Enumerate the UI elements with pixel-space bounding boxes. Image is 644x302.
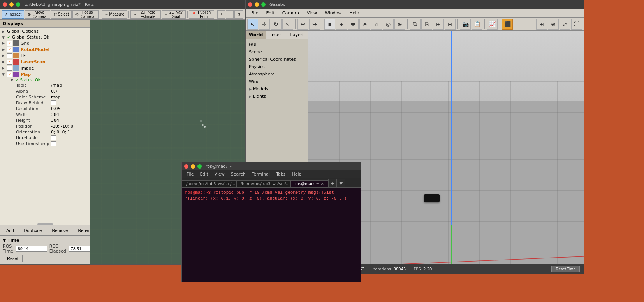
terminal-min-btn[interactable]	[191, 164, 195, 169]
layers-tab[interactable]: Layers	[287, 31, 308, 39]
display-item-map[interactable]: ▼ ✓ Map	[0, 71, 90, 77]
terminal-tabs-menu[interactable]: Tabs	[273, 171, 289, 177]
view-menu[interactable]: View	[303, 10, 321, 16]
toolbar-minus-button[interactable]: −	[226, 10, 234, 19]
image-checkbox[interactable]	[7, 66, 12, 71]
world-item-wind[interactable]: Wind	[246, 78, 308, 85]
robotmodel-checkbox[interactable]: ✓	[7, 47, 12, 52]
gazebo-min-btn[interactable]	[255, 2, 259, 7]
gz-select-tool[interactable]: ↖	[247, 19, 258, 30]
gz-special-btn[interactable]: ⬛	[502, 19, 513, 30]
gz-grid-btn[interactable]: ⊞	[536, 19, 547, 30]
draw-behind-checkbox[interactable]	[51, 100, 56, 105]
gz-sphere-btn[interactable]: ●	[336, 19, 347, 30]
reset-time-button[interactable]: Reset Time	[551, 266, 580, 272]
terminal-terminal-menu[interactable]: Terminal	[249, 171, 273, 177]
display-item-robotmodel[interactable]: ▶ ✓ RobotModel	[0, 46, 90, 53]
gazebo-close-btn[interactable]	[248, 2, 252, 7]
add-button[interactable]: Add	[2, 227, 18, 234]
gz-scale-tool[interactable]: ⤡	[282, 19, 293, 30]
window-menu[interactable]: Window	[321, 10, 345, 16]
gz-spot-btn[interactable]: ◎	[383, 19, 394, 30]
terminal-close-btn[interactable]	[184, 164, 188, 169]
world-tab[interactable]: World	[246, 31, 266, 39]
gz-copy-btn[interactable]: ⧉	[410, 19, 421, 30]
gz-cylinder-btn[interactable]: ⬬	[348, 19, 359, 30]
rviz-max-btn[interactable]	[16, 2, 20, 7]
rviz-min-btn[interactable]	[9, 2, 14, 7]
gz-snap-btn[interactable]: ⊟	[445, 19, 456, 30]
terminal-help-menu[interactable]: Help	[289, 171, 305, 177]
terminal-edit-menu[interactable]: Edit	[197, 171, 211, 177]
world-item-atmosphere[interactable]: Atmosphere	[246, 70, 308, 78]
gz-translate-tool[interactable]: ✛	[259, 19, 270, 30]
file-menu[interactable]: File	[247, 10, 262, 16]
focus-camera-button[interactable]: ◎ Focus Camera	[72, 10, 99, 19]
move-camera-button[interactable]: ⊕ Move Camera	[25, 10, 50, 19]
world-item-gui[interactable]: GUI	[246, 41, 308, 48]
gz-screenshot-btn[interactable]: 📷	[460, 19, 471, 30]
display-item-laserscan[interactable]: ▶ ✓ LaserScan	[0, 59, 90, 65]
terminal-file-menu[interactable]: File	[183, 171, 197, 177]
terminal-body[interactable]: ros@mac:~$ rostopic pub -r 10 /cmd_vel g…	[182, 188, 361, 282]
unreliable-checkbox[interactable]	[51, 135, 56, 140]
terminal-tab-2[interactable]: /home/ros/tub3_ws/src/... ✕	[236, 180, 291, 187]
camera-menu[interactable]: Camera	[278, 10, 303, 16]
rviz-close-btn[interactable]	[3, 2, 7, 7]
select-button[interactable]: ▢ Select	[51, 10, 72, 19]
scroll-bar[interactable]	[37, 223, 53, 225]
map-checkbox[interactable]: ✓	[7, 72, 12, 77]
gz-expand-btn[interactable]: ⤢	[560, 19, 570, 30]
tab-3-close-icon[interactable]: ✕	[321, 182, 324, 186]
insert-tab[interactable]: Insert	[266, 31, 287, 39]
terminal-add-tab-button[interactable]: +	[328, 179, 337, 187]
gz-fullscreen-btn[interactable]: ⛶	[571, 19, 582, 30]
gz-dir-light-btn[interactable]: ⊕	[394, 19, 405, 30]
reset-button[interactable]: Reset	[3, 255, 23, 262]
use-timestamp-checkbox[interactable]	[51, 141, 56, 146]
interact-button[interactable]: ↗ Interact	[2, 10, 24, 19]
terminal-search-menu[interactable]: Search	[228, 171, 249, 177]
gz-box-btn[interactable]: ■	[324, 19, 335, 30]
world-item-spherical-coords[interactable]: Spherical Coordinates	[246, 56, 308, 63]
laserscan-checkbox[interactable]: ✓	[7, 60, 12, 65]
pose-estimate-button[interactable]: → 2D Pose Estimate	[130, 10, 161, 19]
gz-paste-btn[interactable]: ⎘	[421, 19, 432, 30]
nav-goal-button[interactable]: → 2D Nav Goal	[162, 10, 186, 19]
gz-undo-btn[interactable]: ↩	[297, 19, 308, 30]
gz-plot-btn[interactable]: 📈	[487, 19, 498, 30]
display-item-tf[interactable]: ▶ TF	[0, 53, 90, 59]
world-item-lights[interactable]: ▶ Lights	[246, 93, 308, 100]
gz-point-light-btn[interactable]: ☀	[359, 19, 370, 30]
terminal-view-menu[interactable]: View	[211, 171, 228, 177]
gz-sun-btn[interactable]: ☼	[371, 19, 382, 30]
terminal-max-btn[interactable]	[197, 164, 202, 169]
measure-button[interactable]: ↔ Measure	[102, 10, 127, 19]
display-item-global-options[interactable]: ▶ Global Options	[0, 28, 90, 34]
terminal-more-options-button[interactable]: ▼	[337, 179, 345, 187]
display-item-global-status[interactable]: ▼ ✓ Global Status: Ok	[0, 34, 90, 40]
gz-align-btn[interactable]: ⊞	[433, 19, 444, 30]
grid-checkbox[interactable]: ✓	[7, 41, 12, 46]
tf-checkbox[interactable]	[7, 53, 12, 58]
toolbar-plus-button[interactable]: +	[217, 10, 225, 19]
toolbar-gear-button[interactable]: ⚙	[234, 10, 243, 19]
gz-rotate-tool[interactable]: ↻	[271, 19, 282, 30]
publish-point-button[interactable]: 📍 Publish Point	[189, 10, 214, 19]
duplicate-button[interactable]: Duplicate	[20, 227, 46, 234]
terminal-tab-1[interactable]: /home/ros/tub3_ws/src/... ✕	[182, 180, 236, 187]
display-item-grid[interactable]: ▶ ✓ Grid	[0, 40, 90, 46]
help-menu[interactable]: Help	[345, 10, 363, 16]
world-item-models[interactable]: ▶ Models	[246, 85, 308, 93]
gz-layers-btn[interactable]: ⊕	[548, 19, 559, 30]
remove-button[interactable]: Remove	[48, 227, 72, 234]
ros-time-input[interactable]	[16, 246, 47, 252]
gazebo-max-btn[interactable]	[261, 2, 266, 7]
gz-redo-btn[interactable]: ↪	[309, 19, 320, 30]
gz-log-btn[interactable]: 📋	[472, 19, 482, 30]
terminal-tab-3[interactable]: ros@mac: ~ ✕	[291, 180, 328, 187]
world-item-physics[interactable]: Physics	[246, 63, 308, 70]
display-item-image[interactable]: ▶ Image	[0, 65, 90, 71]
world-item-scene[interactable]: Scene	[246, 48, 308, 56]
edit-menu[interactable]: Edit	[262, 10, 278, 16]
